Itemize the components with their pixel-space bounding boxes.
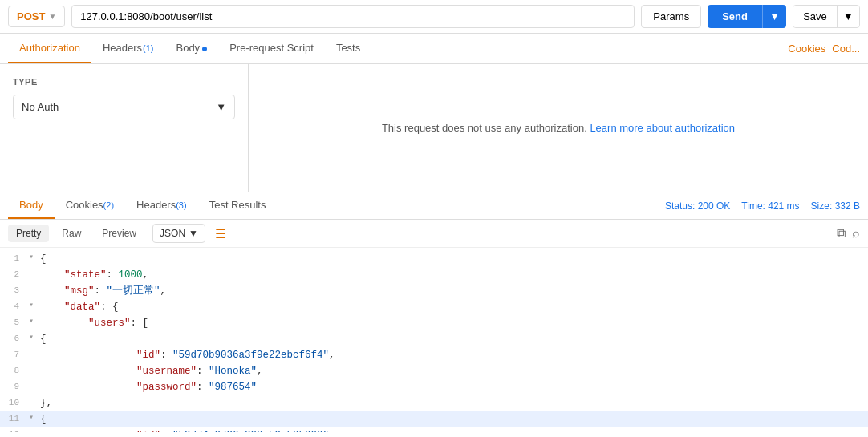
save-button[interactable]: Save [793,6,837,27]
code-line: 3 "msg": "一切正常", [0,283,868,299]
method-chevron-icon: ▼ [48,12,56,21]
format-select[interactable]: JSON ▼ [152,224,205,243]
resp-tab-body[interactable]: Body [8,192,55,219]
line-number: 11 [0,411,29,427]
auth-type-select[interactable]: No Auth ▼ [13,95,235,119]
search-icon[interactable]: ⌕ [852,226,860,241]
pretty-button[interactable]: Pretty [8,225,49,242]
response-tabs-bar: Body Cookies(2) Headers(3) Test Results … [0,192,868,220]
save-dropdown-button[interactable]: ▼ [837,6,859,27]
resp-status-value: 200 OK [698,200,731,212]
copy-icon[interactable]: ⧉ [837,226,846,241]
resp-tab-headers[interactable]: Headers(3) [125,192,198,219]
line-number: 5 [0,315,29,330]
line-content: "data": { [40,299,868,315]
wrap-icon[interactable]: ☰ [215,226,226,241]
req-tabs-right: Cookies Cod... [788,42,860,55]
resp-meta: Status: 200 OK Time: 421 ms Size: 332 B [665,200,860,212]
line-number: 9 [0,379,29,395]
line-number: 3 [0,283,29,298]
format-value: JSON [160,228,185,239]
line-content: { [40,331,868,347]
line-collapse-arrow[interactable]: ▾ [29,299,40,312]
method-label: POST [17,10,45,22]
code-line: 12 "id": "59d74a0736a308cb9a535300", [0,427,868,432]
resp-size-value: 332 B [835,200,860,212]
body-dot [202,47,207,51]
line-content: "msg": "一切正常", [40,283,868,299]
code-line: 7 "id": "59d70b9036a3f9e22ebcf6f4", [0,347,868,363]
code-link[interactable]: Cod... [832,42,860,55]
line-number: 6 [0,331,29,346]
auth-section: TYPE No Auth ▼ This request does not use… [0,64,868,192]
top-bar: POST ▼ Params Send ▼ Save ▼ [0,0,868,34]
auth-type-label: TYPE [13,77,235,87]
send-dropdown-button[interactable]: ▼ [762,5,786,28]
auth-right: This request does not use any authorizat… [249,64,868,192]
code-line: 6▾{ [0,331,868,347]
url-input[interactable] [71,5,635,28]
save-btn-group: Save ▼ [793,5,860,28]
resp-tab-cookies[interactable]: Cookies(2) [55,192,125,219]
send-button[interactable]: Send [708,5,762,28]
line-collapse-arrow[interactable]: ▾ [29,315,40,328]
line-collapse-arrow[interactable]: ▾ [29,411,40,424]
line-content: "state": 1000, [40,267,868,283]
auth-select-chevron-icon: ▼ [216,101,226,113]
tab-authorization[interactable]: Authorization [8,34,91,63]
code-line: 2 "state": 1000, [0,267,868,283]
line-content: { [40,251,868,267]
line-number: 10 [0,395,29,411]
raw-button[interactable]: Raw [54,225,89,242]
code-line: 10}, [0,395,868,411]
resp-tab-test-results[interactable]: Test Results [198,192,278,219]
line-collapse-arrow[interactable]: ▾ [29,251,40,264]
tab-headers[interactable]: Headers(1) [91,34,165,63]
auth-left: TYPE No Auth ▼ [0,64,249,192]
toolbar-right: ⧉ ⌕ [837,226,860,241]
auth-learn-link[interactable]: Learn more about authorization [590,122,735,134]
preview-button[interactable]: Preview [94,225,144,242]
line-content: { [40,411,868,427]
code-viewer[interactable]: 1▾{2 "state": 1000,3 "msg": "一切正常",4▾ "d… [0,248,868,432]
auth-type-value: No Auth [22,101,59,113]
params-button[interactable]: Params [641,5,701,28]
line-number: 12 [0,427,29,432]
resp-time: Time: 421 ms [741,200,799,212]
line-content: "id": "59d70b9036a3f9e22ebcf6f4", [40,347,868,363]
line-number: 8 [0,363,29,378]
line-content: "id": "59d74a0736a308cb9a535300", [40,427,868,432]
tab-tests[interactable]: Tests [325,34,371,63]
line-content: "username": "Honoka", [40,363,868,379]
line-content: "password": "987654" [40,379,868,395]
line-number: 4 [0,299,29,314]
method-selector[interactable]: POST ▼ [8,6,65,27]
tab-prerequest[interactable]: Pre-request Script [218,34,325,63]
line-collapse-arrow[interactable]: ▾ [29,331,40,344]
code-line: 4▾ "data": { [0,299,868,315]
code-line: 11▾{ [0,411,868,427]
code-toolbar: Pretty Raw Preview JSON ▼ ☰ ⧉ ⌕ [0,220,868,248]
line-content: }, [40,395,868,411]
code-line: 9 "password": "987654" [0,379,868,395]
line-number: 7 [0,347,29,362]
code-line: 5▾ "users": [ [0,315,868,331]
cookies-link[interactable]: Cookies [788,42,825,55]
line-number: 1 [0,251,29,266]
send-btn-group: Send ▼ [708,5,786,28]
format-chevron-icon: ▼ [189,228,198,239]
resp-size: Size: 332 B [811,200,860,212]
code-line: 1▾{ [0,251,868,267]
code-line: 8 "username": "Honoka", [0,363,868,379]
tab-body[interactable]: Body [164,34,218,63]
request-tabs: Authorization Headers(1) Body Pre-reques… [0,34,868,64]
auth-message: This request does not use any authorizat… [382,122,587,134]
line-content: "users": [ [40,315,868,331]
resp-status: Status: 200 OK [665,200,730,212]
resp-time-value: 421 ms [768,200,799,212]
line-number: 2 [0,267,29,282]
